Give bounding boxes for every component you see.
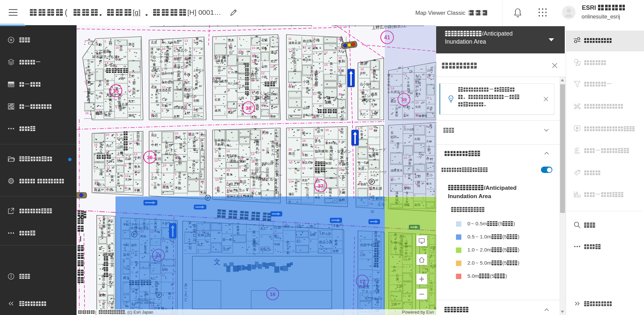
svg-text:11: 11 [251, 189, 255, 192]
svg-text:15: 15 [228, 66, 232, 70]
svg-text:12: 12 [134, 141, 138, 144]
svg-text:小路: 小路 [303, 80, 310, 84]
svg-text:1: 1 [151, 183, 153, 186]
svg-text:2F: 2F [333, 51, 336, 54]
svg-text:8F: 8F [136, 89, 139, 92]
svg-text:5F: 5F [170, 164, 173, 167]
svg-text:酒店: 酒店 [175, 136, 181, 139]
svg-text:6F: 6F [297, 129, 300, 132]
svg-text:6: 6 [251, 104, 253, 108]
svg-text:~: ~ [471, 221, 474, 226]
svg-text:協和: 協和 [179, 142, 182, 149]
svg-text:7F: 7F [123, 55, 126, 58]
svg-text:16: 16 [184, 55, 188, 59]
svg-text:広小: 広小 [193, 114, 200, 118]
svg-text:石原: 石原 [193, 99, 199, 102]
svg-text:15: 15 [252, 46, 256, 50]
svg-text:6F: 6F [183, 132, 186, 135]
svg-text:3: 3 [151, 139, 153, 143]
svg-text:不動: 不動 [96, 43, 102, 46]
svg-text:不動寿し: 不動寿し [215, 143, 227, 146]
svg-text:5F: 5F [137, 171, 140, 174]
svg-text:10: 10 [163, 163, 167, 167]
svg-text:つる瀬: つる瀬 [118, 102, 128, 106]
svg-text:15: 15 [116, 46, 119, 49]
svg-text:15: 15 [226, 168, 230, 172]
svg-text:14: 14 [315, 136, 318, 140]
svg-text:2: 2 [84, 39, 86, 43]
svg-text:不動丸仁: 不動丸仁 [275, 129, 278, 141]
svg-text:中村: 中村 [134, 156, 141, 160]
svg-text:2: 2 [239, 177, 241, 181]
svg-text:6: 6 [125, 164, 127, 167]
svg-text:8: 8 [108, 233, 109, 237]
svg-text:湯島: 湯島 [372, 152, 379, 156]
svg-text:5F: 5F [234, 188, 237, 191]
svg-text:4F: 4F [308, 47, 311, 50]
svg-text:12: 12 [302, 159, 305, 163]
svg-text:5: 5 [129, 80, 130, 83]
svg-text:不動: 不動 [175, 186, 182, 190]
svg-text:会館山田: 会館山田 [255, 158, 258, 173]
svg-text:14: 14 [289, 83, 292, 86]
svg-text:6: 6 [360, 109, 361, 113]
svg-text:13: 13 [163, 184, 166, 187]
svg-text:4: 4 [338, 140, 340, 143]
svg-text:ひつじ: ひつじ [169, 143, 172, 155]
svg-text:薬局: 薬局 [215, 109, 221, 112]
svg-text:丸仁: 丸仁 [106, 144, 113, 147]
svg-text:Inundation Area: Inundation Area [445, 38, 486, 45]
svg-text:3: 3 [134, 188, 136, 192]
svg-text:7: 7 [288, 128, 290, 132]
svg-text:13: 13 [85, 81, 89, 85]
svg-text:会館: 会館 [360, 71, 366, 75]
svg-text:/Anticipated: /Anticipated [484, 185, 516, 191]
svg-text:): ) [518, 234, 519, 239]
svg-text:丸仁会館: 丸仁会館 [228, 82, 239, 85]
svg-text:ビル: ビル [162, 97, 168, 101]
svg-text:11: 11 [359, 180, 362, 184]
svg-text:ケイワンビル: ケイワンビル [176, 87, 196, 91]
svg-text:13: 13 [215, 178, 219, 181]
svg-text:吉手屋: 吉手屋 [212, 77, 221, 80]
svg-text:協和中村: 協和中村 [162, 72, 174, 75]
svg-text:山田上野: 山田上野 [226, 182, 240, 186]
svg-text:上野店: 上野店 [251, 70, 255, 82]
svg-text:37: 37 [318, 183, 323, 189]
svg-text:浸透ビル: 浸透ビル [150, 47, 153, 61]
svg-text:コア湯島: コア湯島 [94, 49, 110, 54]
svg-text:小路: 小路 [121, 73, 124, 80]
svg-text:9: 9 [215, 105, 216, 109]
svg-text:1: 1 [262, 136, 263, 140]
svg-text:5F: 5F [179, 46, 182, 49]
svg-text:8: 8 [129, 73, 131, 76]
svg-text:三共: 三共 [153, 182, 157, 189]
svg-text:5F: 5F [103, 217, 106, 220]
svg-text:(株): (株) [103, 252, 109, 256]
svg-text:7: 7 [251, 170, 253, 173]
svg-text:/Anticipated: /Anticipated [482, 30, 512, 37]
svg-text:~: ~ [475, 234, 478, 239]
svg-text:8F: 8F [91, 92, 94, 95]
svg-text:5F: 5F [275, 105, 278, 108]
svg-text:3: 3 [369, 192, 371, 196]
svg-text:2F: 2F [275, 77, 278, 80]
svg-text:岩野: 岩野 [178, 158, 182, 166]
svg-text:5: 5 [162, 68, 163, 72]
svg-text:7F: 7F [195, 149, 198, 152]
svg-text:14: 14 [105, 61, 108, 65]
svg-text:酒店: 酒店 [119, 45, 123, 51]
svg-text:4F: 4F [298, 108, 301, 111]
svg-text:山田: 山田 [117, 145, 123, 149]
svg-text:2: 2 [338, 187, 340, 191]
svg-text:4: 4 [193, 48, 195, 51]
svg-text:13: 13 [125, 174, 129, 178]
svg-text:11: 11 [106, 150, 109, 154]
svg-text:黒島ビル: 黒島ビル [271, 140, 275, 156]
svg-text:三共: 三共 [96, 95, 102, 98]
svg-text:1: 1 [239, 37, 240, 40]
svg-text:16: 16 [288, 147, 292, 151]
svg-text:7: 7 [162, 102, 163, 106]
svg-text:小出ビル: 小出ビル [183, 137, 187, 151]
svg-text:16: 16 [315, 177, 319, 180]
